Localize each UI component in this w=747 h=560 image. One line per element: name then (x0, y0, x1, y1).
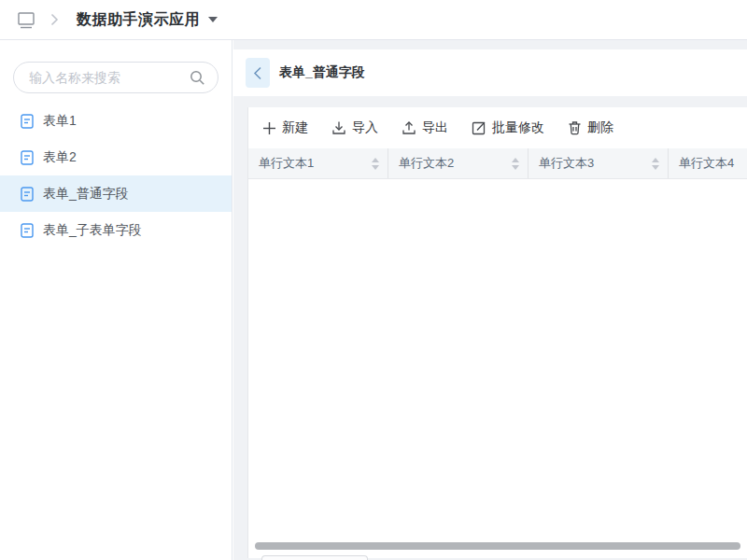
sidebar-item-label: 表单2 (43, 149, 77, 166)
sidebar-item-form1[interactable]: 表单1 (0, 103, 232, 139)
toolbar: 新建 导入 (248, 107, 747, 148)
trash-icon (568, 120, 582, 135)
table-header-row: 单行文本1 单行文本2 单行文本3 单行文本4 (248, 148, 747, 179)
page-title: 表单_普通字段 (279, 64, 365, 81)
delete-button-label: 删除 (587, 119, 613, 136)
table-body-empty (248, 179, 747, 558)
export-icon (402, 120, 416, 135)
search-input[interactable] (14, 63, 218, 92)
batch-edit-button[interactable]: 批量修改 (472, 119, 544, 136)
delete-button[interactable]: 删除 (568, 119, 613, 136)
column-label: 单行文本4 (679, 155, 734, 172)
chevron-left-icon (253, 66, 262, 80)
batch-edit-button-label: 批量修改 (492, 119, 544, 136)
new-button[interactable]: 新建 (262, 119, 308, 136)
sidebar-search (13, 62, 218, 93)
column-label: 单行文本2 (399, 155, 454, 172)
horizontal-scrollbar[interactable] (255, 542, 740, 550)
sidebar-item-label: 表单_普通字段 (43, 186, 129, 203)
column-header-text3[interactable]: 单行文本3 (529, 148, 669, 178)
export-button[interactable]: 导出 (402, 119, 448, 136)
import-button[interactable]: 导入 (331, 119, 378, 136)
search-icon[interactable] (190, 70, 205, 86)
top-header: 数据助手演示应用 (0, 0, 747, 40)
column-label: 单行文本3 (539, 155, 594, 172)
plus-icon (262, 121, 276, 135)
column-header-text4[interactable]: 单行文本4 (669, 148, 747, 178)
sort-icon[interactable] (652, 158, 659, 170)
sort-icon[interactable] (372, 158, 379, 170)
import-button-label: 导入 (352, 119, 378, 136)
form-list: 表单1 表单2 表单_普通字段 (0, 103, 232, 248)
sidebar: 表单1 表单2 表单_普通字段 (0, 40, 233, 560)
export-button-label: 导出 (422, 119, 448, 136)
caret-down-icon[interactable] (208, 17, 218, 22)
sidebar-item-form-normal-fields[interactable]: 表单_普通字段 (0, 175, 232, 212)
column-header-text1[interactable]: 单行文本1 (248, 148, 388, 178)
new-button-label: 新建 (282, 119, 308, 136)
main-content: 表单_普通字段 新建 (233, 40, 747, 560)
app-title[interactable]: 数据助手演示应用 (77, 10, 200, 30)
chevron-right-icon (50, 13, 59, 26)
sidebar-item-label: 表单_子表单字段 (43, 222, 142, 239)
document-icon (21, 223, 34, 238)
sidebar-item-label: 表单1 (43, 113, 77, 130)
document-icon (21, 150, 34, 165)
monitor-icon[interactable] (16, 10, 36, 30)
pagination-control-clipped[interactable] (261, 555, 368, 560)
edit-square-icon (472, 120, 486, 135)
import-icon (331, 120, 346, 135)
detail-title-bar: 表单_普通字段 (233, 49, 747, 96)
back-button[interactable] (246, 58, 270, 88)
document-icon (21, 114, 34, 129)
sidebar-item-form-subform-fields[interactable]: 表单_子表单字段 (0, 212, 232, 248)
sort-icon[interactable] (512, 158, 519, 170)
column-header-text2[interactable]: 单行文本2 (388, 148, 529, 178)
column-label: 单行文本1 (259, 155, 314, 172)
sidebar-item-form2[interactable]: 表单2 (0, 139, 232, 175)
document-icon (21, 187, 34, 202)
table-panel: 新建 导入 (247, 107, 747, 558)
